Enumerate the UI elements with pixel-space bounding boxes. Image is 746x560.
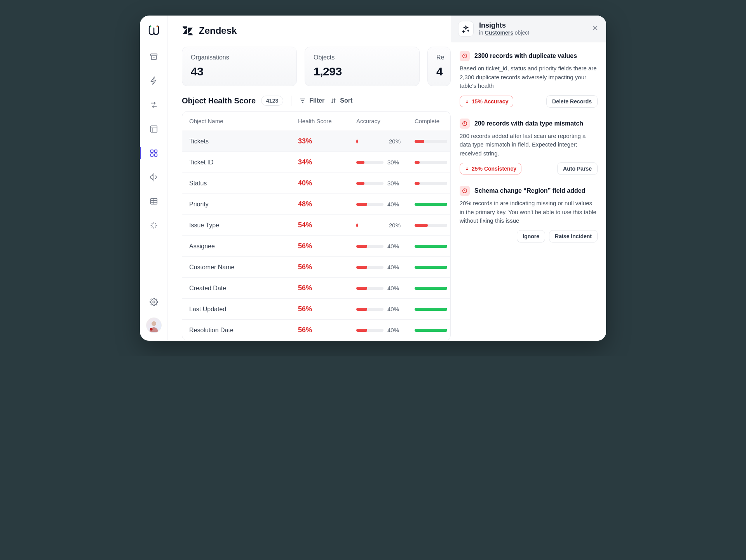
panel-title: Insights: [479, 22, 529, 30]
close-button[interactable]: [591, 24, 599, 33]
table-row[interactable]: Issue Type54%20%: [182, 215, 450, 236]
cell-accuracy: 40%: [349, 237, 408, 256]
nav-dashboard[interactable]: [145, 145, 162, 162]
close-icon: [591, 24, 599, 32]
insight-desc: 200 records added after last scan are re…: [460, 132, 598, 158]
svg-point-10: [152, 321, 156, 326]
cell-object-name: Assignee: [182, 237, 291, 256]
filter-button[interactable]: Filter: [299, 97, 324, 104]
cell-health-score: 34%: [291, 152, 349, 173]
sparkle-icon: [458, 21, 474, 37]
cell-object-name: Resolution Date: [182, 321, 291, 340]
table-row[interactable]: Customer Name56%40%: [182, 257, 450, 278]
arrow-down-icon: [465, 166, 469, 171]
section-toolbar: Object Health Score 4123 Filter Sort: [182, 96, 451, 106]
cell-health-score: 33%: [291, 131, 349, 152]
table-row[interactable]: Resolution Date56%40%: [182, 320, 450, 340]
insight-title: 2300 records with duplicate values: [474, 52, 577, 59]
insight-card: Schema change “Region” field added20% re…: [460, 186, 598, 242]
nav-table[interactable]: [145, 193, 162, 210]
cell-health-score: 48%: [291, 194, 349, 215]
table-icon: [150, 197, 158, 206]
arrows-icon: [150, 101, 158, 109]
nav-flows[interactable]: [145, 96, 162, 113]
cell-completeness: [408, 218, 451, 233]
svg-rect-5: [154, 150, 157, 152]
main-content: Zendesk Organisations 43 Objects 1,293 R…: [168, 16, 451, 341]
insight-action-button[interactable]: Auto Parse: [557, 162, 598, 175]
nav-activity[interactable]: [145, 72, 162, 89]
insight-card: 2300 records with duplicate valuesBased …: [460, 51, 598, 108]
table-row[interactable]: Ticket ID34%30%: [182, 152, 450, 173]
filter-icon: [299, 97, 306, 104]
cell-health-score: 56%: [291, 236, 349, 256]
table-row[interactable]: Last Updated56%40%: [182, 299, 450, 320]
stat-value: 1,293: [314, 65, 411, 78]
cell-health-score: 56%: [291, 278, 349, 298]
avatar[interactable]: [146, 318, 162, 333]
alert-icon: [460, 186, 470, 196]
stat-label: Objects: [314, 54, 411, 61]
app-window: Zendesk Organisations 43 Objects 1,293 R…: [140, 16, 606, 341]
cell-object-name: Last Updated: [182, 300, 291, 319]
cell-completeness: [408, 134, 451, 149]
nav-announce[interactable]: [145, 169, 162, 186]
nav-archive[interactable]: [145, 48, 162, 65]
cell-object-name: Ticket ID: [182, 153, 291, 172]
insights-panel: Insights in Customers object 2300 record…: [451, 16, 606, 341]
cell-object-name: Priority: [182, 195, 291, 214]
col-completeness: Complete: [408, 112, 451, 131]
insight-card: 200 records with data type mismatch200 r…: [460, 119, 598, 175]
table-row[interactable]: Assignee56%40%: [182, 236, 450, 257]
table-row[interactable]: Priority48%40%: [182, 194, 450, 215]
col-accuracy: Accuracy: [349, 112, 408, 131]
archive-icon: [150, 52, 158, 61]
cell-completeness: [408, 302, 451, 317]
nav-settings[interactable]: [145, 293, 162, 311]
raise-incident-button[interactable]: Raise Incident: [549, 230, 598, 242]
nav-layout[interactable]: [145, 120, 162, 138]
lightning-icon: [150, 77, 158, 85]
metric-pill: 15% Accuracy: [460, 96, 513, 107]
insight-action-button[interactable]: Delete Records: [546, 95, 598, 108]
cell-accuracy: 40%: [349, 195, 408, 214]
app-logo: [147, 23, 160, 37]
ignore-button[interactable]: Ignore: [517, 230, 545, 242]
cell-health-score: 56%: [291, 257, 349, 277]
panel-object-link[interactable]: Customers: [485, 30, 513, 36]
section-title: Object Health Score: [182, 96, 256, 105]
sidebar: [140, 16, 168, 341]
sort-button[interactable]: Sort: [330, 97, 352, 104]
insight-title: Schema change “Region” field added: [474, 187, 585, 194]
table-row[interactable]: Tickets33%20%: [182, 131, 450, 152]
col-object-name: Object Name: [182, 112, 291, 131]
cell-completeness: [408, 323, 451, 338]
filter-label: Filter: [309, 97, 324, 104]
stat-label: Organisations: [191, 54, 288, 61]
gear-icon: [150, 298, 158, 306]
stat-value: 43: [191, 65, 288, 78]
cell-accuracy: 40%: [349, 321, 408, 340]
cell-completeness: [408, 197, 451, 212]
stat-card-organisations: Organisations 43: [182, 47, 297, 86]
svg-rect-2: [150, 54, 157, 56]
stat-card-partial: Re 4: [427, 47, 451, 86]
sort-icon: [330, 97, 337, 104]
zendesk-icon: [182, 25, 193, 37]
cell-health-score: 40%: [291, 173, 349, 194]
cell-completeness: [408, 281, 451, 296]
insight-desc: Based on ticket_id, status and priority …: [460, 64, 598, 91]
nav-insights[interactable]: [145, 217, 162, 234]
divider: [291, 96, 291, 106]
stat-label: Re: [436, 54, 442, 61]
panel-header: Insights in Customers object: [451, 16, 606, 42]
table-row[interactable]: Status40%30%: [182, 173, 450, 194]
table-header: Object Name Health Score Accuracy Comple…: [182, 112, 450, 131]
svg-point-9: [153, 301, 155, 303]
table-row[interactable]: Created Date56%40%: [182, 278, 450, 299]
cell-accuracy: 40%: [349, 300, 408, 319]
panel-body: 2300 records with duplicate valuesBased …: [451, 42, 606, 253]
cell-health-score: 56%: [291, 299, 349, 319]
cell-accuracy: 20%: [349, 216, 408, 235]
col-health-score: Health Score: [291, 112, 349, 131]
